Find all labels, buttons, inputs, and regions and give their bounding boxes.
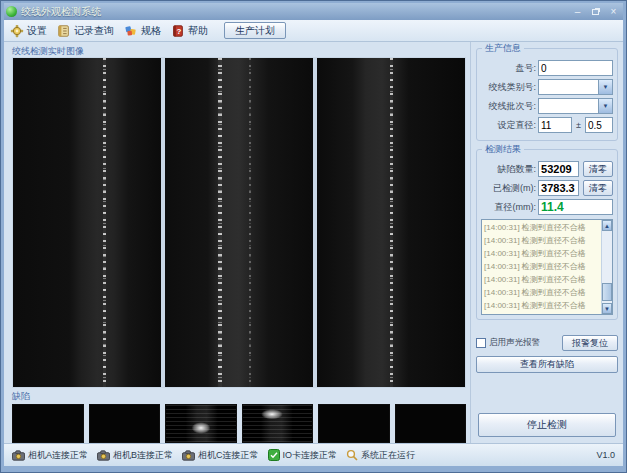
view-all-defects-button[interactable]: 查看所有缺陷 [476,356,618,373]
wire-category-select[interactable]: ▼ [538,79,613,95]
reel-number-label: 盘号: [481,62,536,75]
log-entry: [14:00:31] 检测到直径不合格 [484,299,599,312]
defect-count-value [538,161,579,177]
live-view-title: 绞线检测实时图像 [12,45,466,57]
set-diameter-input[interactable] [538,117,572,133]
scrollbar-track[interactable] [602,231,612,303]
spec-icon [124,24,138,38]
status-camera-c: 相机C连接正常 [182,449,259,462]
alarm-reset-button[interactable]: 报警复位 [562,335,618,351]
chevron-down-icon[interactable]: ▼ [598,80,612,94]
status-running: 系统正在运行 [346,449,415,462]
clear-measured-button[interactable]: 清零 [583,180,613,196]
wire-category-label: 绞线类别号: [481,81,536,94]
scroll-up-icon[interactable]: ▲ [602,220,612,231]
status-label: 相机A连接正常 [28,449,88,462]
toolbar-label: 记录查询 [74,24,114,38]
wire-edge-highlight [103,58,106,387]
log-entry: [14:00:31] 检测到直径不合格 [484,286,599,299]
toolbar-label: 设置 [27,24,47,38]
live-view-area: 绞线检测实时图像 缺陷 [4,42,470,443]
chevron-down-icon[interactable]: ▼ [598,99,612,113]
wire-edge-highlight [390,58,393,387]
production-plan-button[interactable]: 生产计划 [224,22,286,39]
reel-number-input[interactable] [538,60,613,76]
side-panel: 生产信息 盘号: 绞线类别号: ▼ 绞线批次号: [470,42,623,443]
defect-thumbnail[interactable] [318,404,390,443]
toolbar-item-spec[interactable]: 规格 [124,24,161,38]
io-card-icon [268,449,280,461]
results-title: 检测结果 [482,144,524,155]
statusbar: 相机A连接正常 相机B连接正常 相机C连接正常 IO卡连接正常 [4,443,623,466]
log-entry: [14:00:31] 检测到直径不合格 [484,260,599,273]
wire-edge-highlight [218,58,222,387]
scroll-down-icon[interactable]: ▼ [602,303,612,314]
camera-b-view [165,58,313,387]
defect-count-label: 缺陷数量: [481,163,536,176]
stop-detection-button[interactable]: 停止检测 [478,413,616,437]
restore-icon [592,9,599,15]
toolbar-item-help[interactable]: ? 帮助 [171,24,208,38]
wire-batch-select[interactable]: ▼ [538,98,613,114]
alarm-checkbox[interactable] [476,338,486,348]
defect-thumbnail[interactable] [165,404,237,443]
toolbar-item-record-query[interactable]: 记录查询 [57,24,114,38]
toolbar-label: 规格 [141,24,161,38]
plus-minus-symbol: ± [574,120,583,130]
log-entry: [14:00:31] 检测到直径不合格 [484,221,599,234]
tolerance-input[interactable] [585,117,613,133]
status-label: 系统正在运行 [361,449,415,462]
magnifier-icon [346,449,358,461]
camera-icon [97,450,110,461]
status-io-card: IO卡连接正常 [268,449,338,462]
defect-thumbnail[interactable] [395,404,467,443]
settings-icon [10,24,24,38]
defect-thumbnail[interactable] [242,404,314,443]
measured-length-label: 已检测(m): [481,182,536,195]
status-label: IO卡连接正常 [283,449,338,462]
toolbar: 设置 记录查询 规格 ? 帮助 生产计划 [4,20,623,42]
close-button[interactable]: × [606,6,621,18]
defect-thumbnail[interactable] [12,404,84,443]
wire-edge-highlight [249,58,251,387]
set-diameter-label: 设定直径: [481,119,536,132]
results-group: 检测结果 缺陷数量: 清零 已检测(m): 清零 直径(mm): [476,149,618,320]
status-label: 相机B连接正常 [113,449,173,462]
titlebar: 绞线外观检测系统 – × [4,3,623,20]
status-label: 相机C连接正常 [198,449,259,462]
log-entry: [14:00:31] 检测到直径不合格 [484,247,599,260]
camera-icon [182,450,195,461]
log-entry: [14:00:31] 检测到直径不合格 [484,234,599,247]
camera-c-view [317,58,465,387]
camera-panels [12,57,466,388]
help-icon: ? [171,24,185,38]
svg-text:?: ? [176,27,181,36]
detection-log: [14:00:31] 检测到直径不合格 [14:00:31] 检测到直径不合格 … [481,219,613,315]
restore-button[interactable] [588,6,603,18]
version-label: V1.0 [596,450,615,460]
clear-defect-count-button[interactable]: 清零 [583,161,613,177]
record-query-icon [57,24,71,38]
app-icon [6,6,17,17]
diameter-value [538,199,613,215]
defect-strip-label: 缺陷 [12,390,466,402]
minimize-button[interactable]: – [570,6,585,18]
production-info-group: 生产信息 盘号: 绞线类别号: ▼ 绞线批次号: [476,48,618,141]
wire-batch-label: 绞线批次号: [481,100,536,113]
log-entry: [14:00:31] 检测到直径不合格 [484,273,599,286]
status-camera-b: 相机B连接正常 [97,449,173,462]
status-camera-a: 相机A连接正常 [12,449,88,462]
camera-icon [12,450,25,461]
measured-length-value [538,180,579,196]
production-info-title: 生产信息 [482,43,524,54]
scrollbar-thumb[interactable] [602,283,612,301]
defect-thumbnail[interactable] [89,404,161,443]
toolbar-item-settings[interactable]: 设置 [10,24,47,38]
alarm-checkbox-label[interactable]: 启用声光报警 [489,337,559,349]
toolbar-label: 帮助 [188,24,208,38]
camera-a-view [13,58,161,387]
window-title: 绞线外观检测系统 [21,5,566,19]
log-scrollbar[interactable]: ▲ ▼ [601,220,612,314]
app-window: 绞线外观检测系统 – × 设置 记录查询 [0,0,627,473]
diameter-label: 直径(mm): [481,201,536,214]
